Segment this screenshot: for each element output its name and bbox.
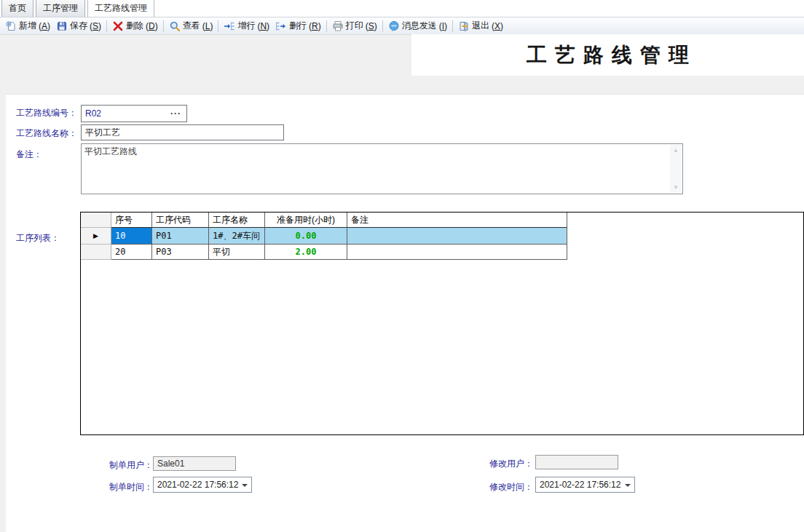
send-message-button-label: 消息发送	[402, 20, 437, 32]
print-button[interactable]: 打印S	[329, 19, 380, 33]
create-time-value: 2021-02-22 17:56:12	[157, 480, 238, 490]
send-message-button[interactable]: 消息发送I	[385, 19, 450, 33]
remark-value: 平切工艺路线	[84, 146, 137, 156]
modifier-label: 修改用户：	[489, 458, 533, 470]
delete-row-icon	[275, 20, 287, 32]
process-list-label: 工序列表：	[16, 232, 60, 245]
cell-code[interactable]: P03	[152, 245, 209, 260]
creator-input[interactable]: Sale01	[153, 456, 236, 471]
page-title: 工艺路线管理	[519, 41, 697, 69]
col-header-seq[interactable]: 序号	[111, 213, 152, 228]
row-selector-header	[81, 213, 111, 228]
tab-route-management[interactable]: 工艺路线管理	[87, 0, 154, 17]
creator-label: 制单用户：	[109, 459, 153, 472]
save-button-label: 保存	[70, 20, 87, 32]
remark-textarea[interactable]: 平切工艺路线 ▲ ▼	[81, 143, 683, 194]
toolbar-separator	[452, 20, 453, 32]
grid-header-row: 序号 工序代码 工序名称 准备用时(小时) 备注	[81, 213, 803, 228]
delete-button[interactable]: 删除D	[109, 19, 161, 33]
scroll-up-icon[interactable]: ▲	[670, 145, 682, 156]
print-button-label: 打印	[346, 20, 363, 32]
delete-button-label: 删除	[126, 20, 143, 32]
add-row-button-hotkey: N	[257, 21, 269, 31]
chevron-down-icon	[625, 484, 631, 490]
view-button-label: 查看	[183, 20, 200, 32]
cell-remark[interactable]	[347, 228, 567, 245]
delete-row-button-hotkey: R	[309, 21, 321, 31]
save-button[interactable]: 保存S	[53, 19, 104, 33]
tab-home[interactable]: 首页	[1, 0, 34, 17]
route-name-value: 平切工艺	[85, 127, 120, 139]
exit-button-label: 退出	[472, 20, 489, 32]
send-message-button-hotkey: I	[439, 21, 447, 31]
route-no-label: 工艺路线编号：	[16, 107, 77, 119]
new-button[interactable]: 新增A	[2, 19, 53, 33]
toolbar-separator	[218, 20, 218, 32]
browse-button[interactable]: ···	[170, 106, 181, 122]
modify-time-label: 修改时间：	[489, 481, 533, 493]
cell-seq[interactable]: 10	[111, 228, 152, 245]
add-row-button-label: 增行	[237, 20, 255, 32]
add-row-button[interactable]: 增行N	[221, 19, 272, 33]
toolbar-separator	[382, 20, 383, 32]
add-row-icon	[224, 20, 235, 32]
title-banner: 工艺路线管理	[411, 34, 804, 76]
cell-name[interactable]: 平切	[209, 245, 265, 260]
toolbar-separator	[326, 20, 327, 32]
view-icon	[169, 20, 181, 32]
cell-prep-time[interactable]: 0.00	[265, 228, 347, 245]
cell-code[interactable]: P01	[152, 228, 209, 245]
route-no-input[interactable]: R02 ···	[81, 105, 187, 122]
print-button-hotkey: S	[366, 21, 377, 31]
col-header-name[interactable]: 工序名称	[209, 213, 265, 228]
table-row[interactable]: 20 P03 平切 2.00	[81, 245, 803, 260]
col-header-code[interactable]: 工序代码	[152, 213, 209, 228]
modify-time-dropdown[interactable]: 2021-02-22 17:56:12	[535, 477, 635, 493]
modifier-input[interactable]	[535, 455, 618, 469]
cell-seq[interactable]: 20	[111, 245, 152, 260]
table-row[interactable]: ▶ 10 P01 1#、2#车间 0.00	[81, 228, 803, 245]
view-button[interactable]: 查看L	[166, 19, 216, 33]
save-icon	[56, 20, 68, 32]
save-button-hotkey: S	[90, 21, 101, 31]
cell-prep-time[interactable]: 2.00	[265, 245, 347, 260]
new-button-label: 新增	[19, 20, 36, 32]
col-header-prep-time[interactable]: 准备用时(小时)	[265, 213, 347, 228]
create-time-label: 制单时间：	[109, 481, 153, 493]
new-document-icon	[5, 20, 17, 32]
scroll-down-icon[interactable]: ▼	[670, 182, 682, 193]
process-grid: 序号 工序代码 工序名称 准备用时(小时) 备注 ▶ 10 P01 1#、2#车…	[80, 212, 804, 435]
delete-icon	[112, 20, 124, 32]
exit-button-hotkey: X	[492, 21, 503, 31]
current-row-arrow-icon: ▶	[93, 232, 98, 239]
exit-icon	[458, 20, 470, 32]
chevron-down-icon	[242, 484, 248, 490]
cell-name[interactable]: 1#、2#车间	[209, 228, 265, 245]
modify-time-value: 2021-02-22 17:56:12	[540, 480, 620, 490]
toolbar-separator	[106, 20, 107, 32]
tab-bar: 首页 工序管理 工艺路线管理	[0, 0, 804, 17]
delete-button-hotkey: D	[146, 21, 158, 31]
route-name-input[interactable]: 平切工艺	[81, 124, 284, 140]
tab-process-management[interactable]: 工序管理	[36, 0, 85, 17]
creator-value: Sale01	[157, 458, 184, 469]
new-button-hotkey: A	[39, 21, 50, 31]
print-icon	[332, 20, 344, 32]
delete-row-button-label: 删行	[289, 20, 307, 32]
route-no-value: R02	[85, 108, 101, 119]
remark-label: 备注：	[16, 148, 42, 161]
process-route-window: 首页 工序管理 工艺路线管理 新增A 保存S 删除D 查看L 增行N	[0, 0, 804, 532]
view-button-hotkey: L	[202, 21, 213, 31]
row-selector-cell[interactable]	[81, 245, 111, 260]
cell-remark[interactable]	[347, 245, 567, 260]
message-icon	[388, 20, 400, 32]
route-name-label: 工艺路线名称：	[16, 127, 77, 140]
delete-row-button[interactable]: 删行R	[272, 19, 324, 33]
toolbar: 新增A 保存S 删除D 查看L 增行N 删行R 打印S	[0, 17, 804, 35]
create-time-dropdown[interactable]: 2021-02-22 17:56:12	[153, 477, 252, 493]
col-header-remark[interactable]: 备注	[347, 213, 567, 228]
exit-button[interactable]: 退出X	[455, 19, 506, 33]
row-selector-cell[interactable]: ▶	[81, 228, 111, 245]
toolbar-separator	[163, 20, 164, 32]
remark-scrollbar[interactable]: ▲ ▼	[670, 145, 682, 193]
